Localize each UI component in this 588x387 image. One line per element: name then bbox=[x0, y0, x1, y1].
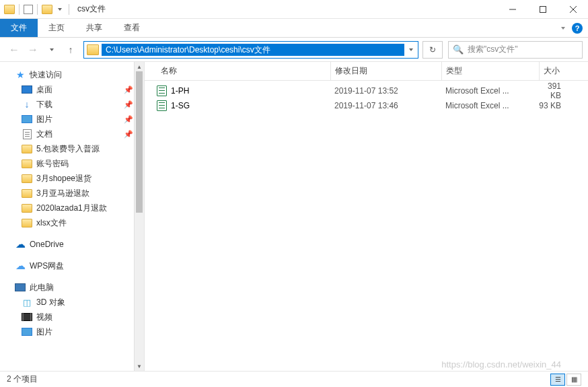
scroll-down-icon[interactable]: ▼ bbox=[135, 361, 144, 371]
qat-folder-icon[interactable] bbox=[42, 5, 52, 14]
status-bar: 2 个项目 ☰ ▦ bbox=[0, 371, 588, 387]
address-dropdown[interactable] bbox=[404, 48, 418, 51]
app-icon bbox=[4, 5, 15, 14]
svg-rect-1 bbox=[540, 6, 546, 12]
navigation-pane: ★快速访问 桌面📌 ↓下载📌 图片📌 文档📌 5.包装费导入普源 账号密码 3月… bbox=[0, 62, 145, 371]
sidebar-pictures-pc[interactable]: 图片 bbox=[4, 324, 144, 339]
onedrive-icon: ☁ bbox=[15, 239, 26, 250]
titlebar: csv文件 bbox=[0, 0, 588, 19]
sidebar-3d-objects[interactable]: ◫3D 对象 bbox=[4, 295, 144, 310]
sidebar-documents[interactable]: 文档📌 bbox=[4, 127, 144, 141]
ribbon: 文件 主页 共享 查看 ? bbox=[0, 19, 588, 38]
sidebar-onedrive[interactable]: ☁OneDrive bbox=[4, 237, 144, 252]
folder-icon bbox=[22, 174, 32, 183]
icons-view-button[interactable]: ▦ bbox=[566, 374, 581, 386]
wps-icon: ☁ bbox=[15, 260, 26, 271]
folder-icon bbox=[22, 189, 32, 198]
tab-view[interactable]: 查看 bbox=[113, 19, 151, 37]
video-icon bbox=[22, 313, 32, 321]
scroll-thumb[interactable] bbox=[136, 71, 143, 213]
sidebar-folder-1[interactable]: 5.包装费导入普源 bbox=[4, 141, 144, 156]
file-date: 2019-11-07 13:46 bbox=[330, 101, 441, 110]
documents-icon bbox=[23, 129, 32, 139]
sidebar-folder-4[interactable]: 3月亚马逊退款 bbox=[4, 186, 144, 201]
up-button[interactable]: ↑ bbox=[62, 41, 79, 59]
close-button[interactable] bbox=[558, 0, 588, 19]
address-path[interactable]: C:\Users\Administrator\Desktop\ceshi\csv… bbox=[102, 44, 404, 56]
pictures-icon bbox=[22, 328, 32, 336]
file-date: 2019-11-07 13:52 bbox=[330, 86, 441, 96]
col-type[interactable]: 类型 bbox=[441, 62, 539, 80]
sidebar-scrollbar[interactable]: ▲ ▼ bbox=[134, 62, 144, 371]
file-type: Microsoft Excel ... bbox=[441, 86, 539, 96]
folder-icon bbox=[22, 160, 32, 168]
pin-icon: 📌 bbox=[124, 130, 133, 139]
forward-button[interactable]: → bbox=[24, 41, 42, 59]
sidebar-folder-3[interactable]: 3月shopee退货 bbox=[4, 171, 144, 186]
col-date[interactable]: 修改日期 bbox=[330, 62, 441, 80]
address-folder-icon bbox=[87, 44, 99, 55]
help-icon[interactable]: ? bbox=[572, 23, 583, 34]
folder-icon bbox=[22, 204, 32, 213]
details-view-button[interactable]: ☰ bbox=[550, 374, 565, 386]
separator bbox=[37, 4, 38, 15]
search-icon: 🔍 bbox=[453, 44, 464, 55]
sidebar-this-pc[interactable]: 此电脑 bbox=[4, 280, 144, 295]
sidebar-downloads[interactable]: ↓下载📌 bbox=[4, 97, 144, 112]
sidebar-folder-2[interactable]: 账号密码 bbox=[4, 156, 144, 171]
recent-dropdown[interactable] bbox=[43, 41, 61, 59]
sidebar-desktop[interactable]: 桌面📌 bbox=[4, 82, 144, 97]
sidebar-folder-5[interactable]: 2020lazada1月退款 bbox=[4, 201, 144, 215]
file-name: 1-PH bbox=[171, 86, 189, 96]
separator bbox=[19, 4, 20, 15]
qat-properties-icon[interactable] bbox=[24, 5, 33, 14]
col-name[interactable]: 名称 bbox=[157, 65, 330, 77]
folder-icon bbox=[22, 145, 32, 153]
file-type: Microsoft Excel ... bbox=[441, 101, 539, 110]
desktop-icon bbox=[22, 85, 32, 94]
sidebar-pictures[interactable]: 图片📌 bbox=[4, 112, 144, 127]
sidebar-wps[interactable]: ☁WPS网盘 bbox=[4, 258, 144, 273]
back-button[interactable]: ← bbox=[5, 41, 23, 59]
tab-home[interactable]: 主页 bbox=[38, 19, 75, 37]
minimize-button[interactable] bbox=[497, 0, 527, 19]
sidebar-videos[interactable]: 视频 bbox=[4, 310, 144, 324]
folder-icon bbox=[22, 219, 32, 227]
pin-icon: 📌 bbox=[124, 115, 133, 124]
address-bar[interactable]: C:\Users\Administrator\Desktop\ceshi\csv… bbox=[83, 41, 418, 59]
file-row[interactable]: 1-SG 2019-11-07 13:46 Microsoft Excel ..… bbox=[145, 98, 588, 113]
qat-dropdown[interactable] bbox=[55, 8, 65, 11]
col-size[interactable]: 大小 bbox=[539, 62, 588, 80]
file-size: 93 KB bbox=[539, 101, 588, 110]
excel-icon bbox=[157, 100, 167, 111]
pictures-icon bbox=[22, 115, 32, 123]
navbar: ← → ↑ C:\Users\Administrator\Desktop\ces… bbox=[0, 38, 588, 62]
status-item-count: 2 个项目 bbox=[7, 374, 38, 385]
file-row[interactable]: 1-PH 2019-11-07 13:52 Microsoft Excel ..… bbox=[145, 83, 588, 98]
pc-icon bbox=[15, 283, 26, 291]
star-icon: ★ bbox=[15, 69, 26, 80]
search-placeholder: 搜索"csv文件" bbox=[468, 44, 518, 55]
tab-file[interactable]: 文件 bbox=[0, 19, 38, 37]
refresh-button[interactable]: ↻ bbox=[422, 41, 443, 59]
cube-icon: ◫ bbox=[22, 297, 32, 308]
window-title: csv文件 bbox=[77, 3, 497, 15]
file-name: 1-SG bbox=[171, 101, 190, 110]
file-size: 391 KB bbox=[539, 81, 588, 100]
search-input[interactable]: 🔍 搜索"csv文件" bbox=[448, 41, 583, 59]
sidebar-folder-6[interactable]: xlsx文件 bbox=[4, 215, 144, 230]
file-list: 名称 修改日期 类型 大小 1-PH 2019-11-07 13:52 Micr… bbox=[145, 62, 588, 371]
maximize-button[interactable] bbox=[527, 0, 558, 19]
column-headers: 名称 修改日期 类型 大小 bbox=[145, 62, 588, 81]
scroll-up-icon[interactable]: ▲ bbox=[135, 62, 144, 71]
pin-icon: 📌 bbox=[124, 85, 133, 94]
separator bbox=[69, 4, 69, 15]
sidebar-quick-access[interactable]: ★快速访问 bbox=[4, 67, 144, 82]
pin-icon: 📌 bbox=[124, 100, 133, 109]
tab-share[interactable]: 共享 bbox=[75, 19, 113, 37]
excel-icon bbox=[157, 85, 167, 96]
download-icon: ↓ bbox=[22, 99, 32, 110]
ribbon-expand[interactable] bbox=[561, 27, 565, 30]
